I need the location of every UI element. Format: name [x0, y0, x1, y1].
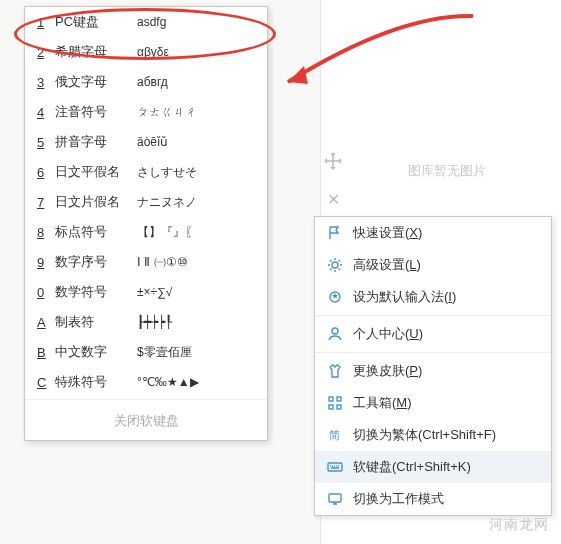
softkbd-item-label: 日文片假名: [55, 193, 137, 211]
watermark: 河南龙网: [489, 516, 549, 534]
image-placeholder-text: 图库暂无图片: [408, 162, 486, 180]
softkbd-item-sample: ±×÷∑√: [137, 285, 255, 299]
softkbd-item-0[interactable]: 0数学符号±×÷∑√: [25, 277, 267, 307]
softkbd-item-7[interactable]: 7日文片假名ナニヌネノ: [25, 187, 267, 217]
menu-item-gear[interactable]: 高级设置(L): [315, 249, 551, 281]
menu-item-cn[interactable]: 简切换为繁体(Ctrl+Shift+F): [315, 419, 551, 451]
accelerator-key: C: [37, 375, 49, 390]
user-icon: [325, 325, 345, 343]
softkbd-item-8[interactable]: 8标点符号【】『』〖: [25, 217, 267, 247]
accelerator-key: 0: [37, 285, 49, 300]
accelerator-key: A: [37, 315, 49, 330]
accelerator-key: 2: [37, 45, 49, 60]
softkbd-item-sample: °℃‰★▲▶: [137, 375, 255, 389]
softkbd-item-label: 数字序号: [55, 253, 137, 271]
menu-item-star[interactable]: 设为默认输入法(I): [315, 281, 551, 313]
menu-item-label: 更换皮肤(P): [353, 362, 541, 380]
softkbd-item-sample: asdfg: [137, 15, 255, 29]
softkbd-item-label: 特殊符号: [55, 373, 137, 391]
accelerator-key: 8: [37, 225, 49, 240]
soft-keyboard-menu: 1PC键盘asdfg2希腊字母αβγδε3俄文字母абвгд4注音符号ㄆㄊㄍㄐㄔ…: [24, 6, 268, 441]
softkbd-item-6[interactable]: 6日文平假名さしすせそ: [25, 157, 267, 187]
menu-item-shirt[interactable]: 更换皮肤(P): [315, 355, 551, 387]
softkbd-item-label: 制表符: [55, 313, 137, 331]
accelerator-key: 3: [37, 75, 49, 90]
grid-icon: [325, 394, 345, 412]
menu-item-grid[interactable]: 工具箱(M): [315, 387, 551, 419]
flag-icon: [325, 224, 345, 242]
softkbd-item-9[interactable]: 9数字序号Ⅰ Ⅱ ㈠①⑩: [25, 247, 267, 277]
accelerator-key: 6: [37, 165, 49, 180]
softkbd-item-4[interactable]: 4注音符号ㄆㄊㄍㄐㄔ: [25, 97, 267, 127]
svg-text:简: 简: [329, 429, 340, 441]
accelerator-key: 1: [37, 15, 49, 30]
softkbd-item-C[interactable]: C特殊符号°℃‰★▲▶: [25, 367, 267, 397]
svg-rect-9: [329, 494, 341, 502]
move-icon[interactable]: [320, 148, 346, 174]
svg-point-0: [332, 262, 338, 268]
shirt-icon: [325, 362, 345, 380]
menu-item-label: 切换为繁体(Ctrl+Shift+F): [353, 426, 541, 444]
svg-rect-4: [337, 397, 341, 401]
softkbd-item-B[interactable]: B中文数字$零壹佰厘: [25, 337, 267, 367]
softkbd-item-label: 拼音字母: [55, 133, 137, 151]
menu-item-label: 软键盘(Ctrl+Shift+K): [353, 458, 541, 476]
softkbd-item-2[interactable]: 2希腊字母αβγδε: [25, 37, 267, 67]
softkbd-item-sample: さしすせそ: [137, 164, 255, 181]
svg-rect-5: [329, 405, 333, 409]
kbd-icon: [325, 458, 345, 476]
softkbd-item-sample: āòēǐǔ: [137, 135, 255, 149]
cn-icon: 简: [325, 426, 345, 444]
svg-point-2: [332, 328, 338, 334]
softkbd-item-sample: ㄆㄊㄍㄐㄔ: [137, 104, 255, 121]
softkbd-item-3[interactable]: 3俄文字母абвгд: [25, 67, 267, 97]
softkbd-item-5[interactable]: 5拼音字母āòēǐǔ: [25, 127, 267, 157]
softkbd-item-sample: абвгд: [137, 75, 255, 89]
softkbd-item-sample: αβγδε: [137, 45, 255, 59]
menu-item-monitor[interactable]: 切换为工作模式: [315, 483, 551, 515]
softkbd-item-label: 数学符号: [55, 283, 137, 301]
star-icon: [325, 288, 345, 306]
softkbd-item-sample: ナニヌネノ: [137, 194, 255, 211]
softkbd-item-label: 标点符号: [55, 223, 137, 241]
softkbd-item-label: 俄文字母: [55, 73, 137, 91]
close-soft-keyboard[interactable]: 关闭软键盘: [25, 402, 267, 440]
menu-item-label: 快速设置(X): [353, 224, 541, 242]
softkbd-item-label: 注音符号: [55, 103, 137, 121]
softkbd-item-label: 中文数字: [55, 343, 137, 361]
menu-item-label: 工具箱(M): [353, 394, 541, 412]
softkbd-item-label: PC键盘: [55, 13, 137, 31]
menu-item-label: 设为默认输入法(I): [353, 288, 541, 306]
softkbd-item-label: 希腊字母: [55, 43, 137, 61]
softkbd-item-sample: ┠┿┾┝┞: [137, 315, 255, 329]
svg-rect-3: [329, 397, 333, 401]
accelerator-key: 7: [37, 195, 49, 210]
gear-icon: [325, 256, 345, 274]
accelerator-key: 9: [37, 255, 49, 270]
close-icon[interactable]: ✕: [320, 186, 346, 212]
menu-item-label: 个人中心(U): [353, 325, 541, 343]
accelerator-key: 4: [37, 105, 49, 120]
softkbd-item-label: 日文平假名: [55, 163, 137, 181]
softkbd-item-sample: Ⅰ Ⅱ ㈠①⑩: [137, 254, 255, 271]
softkbd-item-sample: $零壹佰厘: [137, 344, 255, 361]
svg-rect-8: [328, 463, 342, 471]
menu-item-user[interactable]: 个人中心(U): [315, 318, 551, 350]
monitor-icon: [325, 490, 345, 508]
softkbd-item-sample: 【】『』〖: [137, 224, 255, 241]
softkbd-item-1[interactable]: 1PC键盘asdfg: [25, 7, 267, 37]
accelerator-key: B: [37, 345, 49, 360]
menu-item-flag[interactable]: 快速设置(X): [315, 217, 551, 249]
menu-item-label: 高级设置(L): [353, 256, 541, 274]
menu-item-kbd[interactable]: 软键盘(Ctrl+Shift+K): [315, 451, 551, 483]
svg-rect-6: [337, 405, 341, 409]
menu-item-label: 切换为工作模式: [353, 490, 541, 508]
softkbd-item-A[interactable]: A制表符┠┿┾┝┞: [25, 307, 267, 337]
context-menu: 快速设置(X)高级设置(L)设为默认输入法(I)个人中心(U)更换皮肤(P)工具…: [314, 216, 552, 516]
accelerator-key: 5: [37, 135, 49, 150]
